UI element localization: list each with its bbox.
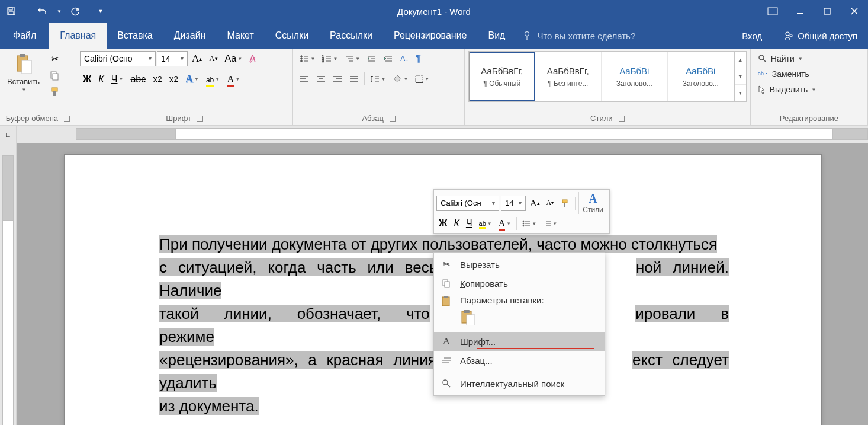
vertical-ruler[interactable]: [0, 143, 17, 425]
text-effects-button[interactable]: A▼: [182, 71, 202, 87]
share-button[interactable]: Общий доступ: [773, 30, 868, 41]
decrease-indent-button[interactable]: [364, 51, 380, 66]
gallery-scroll[interactable]: ▲▼▾: [734, 52, 746, 101]
mini-font-combo[interactable]: Calibri (Осн▼: [436, 196, 499, 211]
mini-italic[interactable]: К: [451, 216, 461, 231]
sort-button[interactable]: A↓: [397, 51, 412, 66]
group-styles: АаБбВвГг, ¶ Обычный АаБбВвГг, ¶ Без инте…: [465, 49, 751, 125]
subscript-button[interactable]: x2: [150, 72, 165, 87]
strikethrough-button[interactable]: abc: [127, 72, 149, 87]
mini-bullets[interactable]: ▼: [520, 216, 539, 231]
line-spacing-button[interactable]: ▼: [367, 71, 388, 87]
find-button[interactable]: Найти▼: [754, 51, 806, 66]
bullets-button[interactable]: ▼: [297, 51, 318, 66]
maximize-button[interactable]: [814, 0, 841, 23]
tab-mailings[interactable]: Рассылки: [319, 23, 383, 49]
styles-gallery[interactable]: АаБбВвГг, ¶ Обычный АаБбВвГг, ¶ Без инте…: [468, 51, 747, 102]
svg-point-8: [525, 32, 529, 36]
quick-access-toolbar: ▼ ▼: [0, 0, 107, 23]
redo-button[interactable]: [64, 0, 86, 23]
styles-launcher[interactable]: [619, 116, 625, 122]
tab-insert[interactable]: Вставка: [107, 23, 163, 49]
cut-button[interactable]: ✂: [46, 51, 63, 66]
font-size-combo[interactable]: 14▼: [157, 51, 188, 66]
align-center-button[interactable]: [313, 71, 329, 87]
minimize-button[interactable]: [786, 0, 814, 23]
save-button[interactable]: [0, 0, 22, 23]
mini-grow-font[interactable]: A▴: [528, 196, 542, 210]
superscript-button[interactable]: x2: [166, 72, 181, 87]
italic-button[interactable]: К: [95, 72, 107, 87]
select-button[interactable]: Выделить▼: [754, 82, 820, 97]
shrink-font-button[interactable]: A▾: [206, 51, 220, 66]
paste-option-keep-source[interactable]: [460, 309, 544, 325]
replace-button[interactable]: ab Заменить: [754, 66, 813, 82]
mini-size-combo[interactable]: 14▼: [501, 196, 526, 211]
undo-button[interactable]: [31, 0, 53, 23]
svg-rect-17: [53, 91, 56, 96]
borders-button[interactable]: ▼: [412, 71, 432, 87]
mini-numbering[interactable]: ▼: [541, 216, 560, 231]
tab-review[interactable]: Рецензирование: [383, 23, 478, 49]
increase-indent-button[interactable]: [381, 51, 396, 66]
mini-shrink-font[interactable]: A▾: [544, 196, 557, 210]
svg-rect-13: [22, 60, 31, 74]
mini-bold[interactable]: Ж: [436, 216, 449, 231]
copy-button[interactable]: [46, 68, 63, 83]
svg-rect-73: [444, 296, 448, 298]
font-launcher[interactable]: [197, 116, 203, 122]
tell-me-search[interactable]: Что вы хотите сделать?: [523, 23, 635, 49]
grow-font-button[interactable]: A▴: [189, 51, 205, 66]
clear-formatting-button[interactable]: A̷: [246, 51, 259, 66]
mini-styles-button[interactable]: A Стили: [578, 192, 607, 214]
tell-me-placeholder: Что вы хотите сделать?: [537, 31, 635, 41]
tab-file[interactable]: Файл: [0, 23, 49, 49]
bold-button[interactable]: Ж: [80, 72, 94, 87]
clipboard-launcher[interactable]: [64, 116, 70, 122]
close-button[interactable]: [841, 0, 868, 23]
ctx-font[interactable]: A Шрифт...: [434, 332, 605, 351]
style-no-spacing[interactable]: АаБбВвГг, ¶ Без инте...: [535, 52, 602, 101]
style-heading1[interactable]: АаБбВі Заголово...: [602, 52, 668, 101]
justify-button[interactable]: [346, 71, 362, 87]
highlight-button[interactable]: ab▼: [203, 72, 223, 87]
paragraph-launcher[interactable]: [390, 116, 396, 122]
align-left-button[interactable]: [297, 71, 312, 87]
ctx-copy[interactable]: Копировать: [434, 274, 605, 293]
paragraph-icon: [440, 356, 453, 365]
multilevel-list-button[interactable]: ▼: [342, 51, 363, 66]
ctx-smart-lookup[interactable]: Интеллектуальный поиск: [434, 374, 605, 393]
tab-selector[interactable]: ∟: [0, 126, 17, 143]
style-normal[interactable]: АаБбВвГг, ¶ Обычный: [469, 52, 535, 101]
scissors-icon: ✂: [440, 259, 453, 270]
mini-highlight[interactable]: ab▼: [477, 216, 494, 231]
tab-design[interactable]: Дизайн: [163, 23, 217, 49]
tab-layout[interactable]: Макет: [217, 23, 265, 49]
signin-button[interactable]: Вход: [731, 31, 773, 41]
ctx-paragraph[interactable]: Абзац...: [434, 351, 605, 370]
font-name-combo[interactable]: Calibri (Осно▼: [80, 51, 156, 66]
numbering-button[interactable]: 123▼: [319, 51, 340, 66]
brush-icon: [560, 199, 570, 208]
style-heading2[interactable]: АаБбВі Заголово...: [668, 52, 734, 101]
tab-view[interactable]: Вид: [477, 23, 516, 49]
horizontal-ruler[interactable]: ∟: [0, 126, 868, 143]
paste-split-button[interactable]: Вставить ▼: [4, 51, 43, 94]
qat-customize[interactable]: ▼: [95, 0, 107, 23]
font-color-button[interactable]: A▼: [224, 72, 243, 87]
tab-references[interactable]: Ссылки: [265, 23, 319, 49]
align-right-button[interactable]: [330, 71, 345, 87]
change-case-button[interactable]: Aa▼: [222, 51, 246, 66]
mini-format-painter[interactable]: [558, 196, 572, 210]
undo-dropdown[interactable]: ▼: [53, 0, 64, 23]
show-marks-button[interactable]: ¶: [413, 51, 424, 66]
ctx-cut[interactable]: ✂ ВВырезатьырезать: [434, 255, 605, 274]
format-painter-button[interactable]: [46, 84, 63, 100]
mini-font-color[interactable]: A▼: [496, 216, 513, 231]
tab-home[interactable]: Главная: [49, 23, 107, 49]
ribbon-display-options[interactable]: [759, 0, 786, 23]
shading-button[interactable]: ▼: [390, 71, 411, 87]
scissors-icon: ✂: [51, 53, 59, 65]
mini-underline[interactable]: Ч: [464, 216, 475, 231]
underline-button[interactable]: Ч▼: [108, 72, 127, 87]
